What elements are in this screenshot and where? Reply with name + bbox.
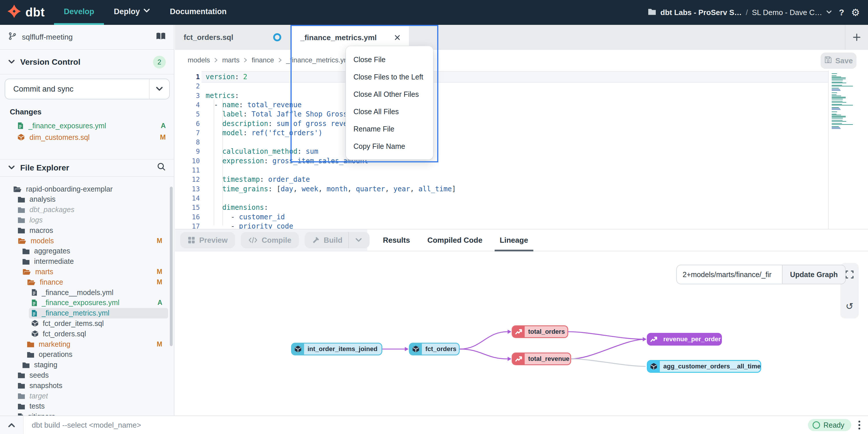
commit-and-sync-button[interactable]: Commit and sync [5,79,170,99]
command-input[interactable]: dbt build --select <model_name> [24,421,808,430]
tree-folder-dbt_packages[interactable]: dbt_packages [0,205,168,215]
changed-file-row[interactable]: dim_customers.sqlM [0,132,174,143]
code-line-15[interactable]: 15 dimensions: [175,203,828,212]
minimap-line [832,98,846,98]
line-number: 9 [175,147,200,156]
tree-folder-intermediate[interactable]: intermediate [0,256,168,267]
help-icon[interactable]: ? [839,7,844,17]
code-line-11[interactable]: 11 [175,166,828,175]
code-line-9[interactable]: 9 calculation_method: sum [175,147,828,156]
kebab-menu-icon[interactable] [858,421,861,430]
tree-file-_finance__models.yml[interactable]: _finance__models.yml [0,287,168,298]
code-line-6[interactable]: 6 description: sum of gross revenue [175,119,828,128]
tree-folder-rapid-onboarding-exemplar[interactable]: rapid-onboarding-exemplar [0,184,168,194]
status-badge[interactable]: Ready [808,419,851,431]
build-options-chevron[interactable] [348,232,362,248]
code-line-1[interactable]: 1version: 2 [175,72,828,82]
new-tab-button[interactable] [845,25,868,50]
code-line-16[interactable]: 16 - customer_id [175,212,828,222]
lineage-node-int_order_items_joined[interactable]: int_order_items_joined [291,343,382,355]
lineage-node-fct_orders[interactable]: fct_orders [409,343,460,355]
tree-folder-operations[interactable]: operations [0,349,168,360]
code-line-17[interactable]: 17 - priority_code [175,222,828,229]
tree-folder-finance[interactable]: financeM [0,277,168,287]
code-line-8[interactable]: 8 [175,138,828,147]
code-line-4[interactable]: 4 - name: total_revenue [175,100,828,110]
gear-icon[interactable]: ⚙ [851,7,860,17]
metric-icon [648,334,660,345]
preview-button[interactable]: Preview [180,232,235,248]
tree-folder-analysis[interactable]: analysis [0,194,168,205]
tree-folder-staging[interactable]: staging [0,360,168,370]
compile-button[interactable]: Compile [241,232,299,248]
tree-folder-aggregates[interactable]: aggregates [0,246,168,256]
nav-item-deploy[interactable]: Deploy [104,0,160,25]
lineage-node-total_orders[interactable]: total_orders [512,325,568,338]
dbt-logo[interactable]: dbt [0,4,54,21]
chevron-up-icon[interactable] [0,416,24,434]
reset-view-icon[interactable]: ↺ [846,302,854,311]
commit-button-label: Commit and sync [5,85,149,94]
nav-item-label: Documentation [170,7,227,16]
panel-tab-compiled-code[interactable]: Compiled Code [427,229,483,251]
tree-folder-snapshots[interactable]: snapshots [0,380,168,390]
save-icon [825,56,832,66]
breadcrumb-item[interactable]: finance [251,56,274,64]
fullscreen-icon[interactable] [845,270,854,279]
folder-open-icon [13,185,22,193]
lineage-node-revenue_per_order[interactable]: revenue_per_order [647,333,722,346]
code-line-13[interactable]: 13 time_grains: [day, week, month, quart… [175,184,828,194]
tree-folder-marts[interactable]: martsM [0,266,168,277]
update-graph-button[interactable]: Update Graph [782,265,846,284]
folder-icon [27,351,35,358]
changed-file-row[interactable]: _finance_exposures.ymlA [0,120,174,131]
breadcrumb-item[interactable]: models [188,56,210,64]
nav-item-documentation[interactable]: Documentation [160,0,237,25]
code-line-3[interactable]: 3metrics: [175,91,828,100]
code-line-7[interactable]: 7 model: ref('fct_orders') [175,128,828,138]
line-number: 5 [175,110,200,119]
lineage-node-agg_customer_orders__all_time[interactable]: agg_customer_orders__all_time [647,360,761,373]
git-branch-row[interactable]: sqlfluff-meeting [0,25,174,50]
search-icon[interactable] [157,163,166,173]
git-status-letter: M [157,268,166,276]
tree-folder-marketing[interactable]: marketingM [0,339,168,349]
editor-tab-fct_orders.sql[interactable]: fct_orders.sql [175,25,290,50]
sidebar-scrollbar[interactable] [170,187,173,346]
metric-icon [513,326,525,337]
lineage-selector-input[interactable]: 2+models/marts/finance/_fir [676,265,782,284]
build-button[interactable]: Build [305,232,370,248]
tree-folder-models[interactable]: modelsM [0,235,168,246]
code-line-12[interactable]: 12 timestamp: order_date [175,175,828,184]
lineage-node-total_revenue[interactable]: total_revenue [512,352,571,365]
file-tree: rapid-onboarding-exemplaranalysisdbt_pac… [0,177,174,415]
code-line-2[interactable]: 2 [175,82,828,91]
account-project-picker[interactable]: dbt Labs - ProServ S… / SL Demo - Dave C… [648,8,832,17]
code-editor[interactable]: 1version: 223metrics:4 - name: total_rev… [175,70,868,229]
editor-minimap[interactable] [828,70,868,229]
save-button[interactable]: Save [820,53,857,69]
tree-folder-seeds[interactable]: seeds [0,370,168,380]
docs-book-icon[interactable] [156,32,166,42]
code-line-5[interactable]: 5 label: Total Jaffle Shop Gross Re [175,110,828,119]
panel-tab-lineage[interactable]: Lineage [500,229,528,251]
tree-file-fct_order_items.sql[interactable]: fct_order_items.sql [0,318,168,328]
code-line-10[interactable]: 10 expression: gross_item_sales_amount [175,156,828,166]
tree-folder-logs[interactable]: logs [0,215,168,225]
panel-tab-results[interactable]: Results [383,229,410,251]
tree-file-_finance_metrics.yml[interactable]: _finance_metrics.yml [0,308,168,318]
commit-options-chevron[interactable] [149,79,169,99]
tree-file-_finance_exposures.yml[interactable]: _finance_exposures.ymlA [0,298,168,308]
tree-file-fct_orders.sql[interactable]: fct_orders.sql [0,328,168,339]
tab-focus-outline [290,25,438,163]
file-explorer-header[interactable]: File Explorer [0,159,174,177]
nav-item-develop[interactable]: Develop [54,0,104,25]
tree-folder-tests[interactable]: tests [0,401,168,411]
code-line-14[interactable]: 14 [175,194,828,203]
version-control-header[interactable]: Version Control 2 [0,50,174,75]
breadcrumb-item[interactable]: marts [222,56,239,64]
tree-folder-macros[interactable]: macros [0,225,168,235]
tree-folder-target[interactable]: target [0,390,168,401]
tree-file-gitignore[interactable]: gitignore [0,411,168,415]
line-number: 10 [175,156,200,166]
